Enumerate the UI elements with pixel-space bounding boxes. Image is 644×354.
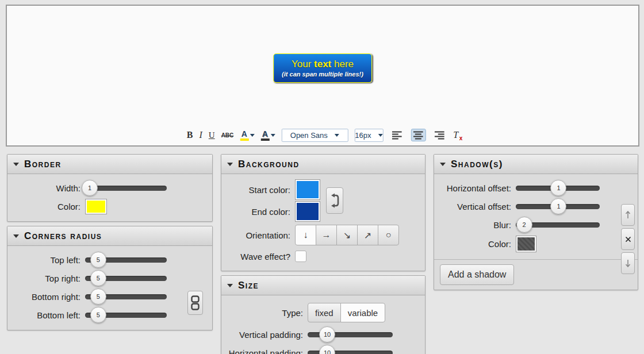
top-right-radius-slider[interactable]: 5: [85, 270, 167, 286]
shadow-vertical-offset-slider[interactable]: 1: [516, 198, 600, 214]
vertical-padding-label: Vertical padding:: [227, 330, 308, 340]
swap-colors-icon: [329, 193, 340, 208]
shadow-horizontal-offset-slider[interactable]: 1: [516, 180, 600, 196]
text-color-dropdown-icon[interactable]: [250, 134, 254, 137]
collapse-icon[interactable]: [227, 163, 233, 166]
top-left-radius-slider[interactable]: 5: [85, 252, 167, 268]
slider-handle[interactable]: 5: [90, 270, 106, 286]
panel-title: Corners radius: [24, 230, 102, 242]
border-color-row: Color:: [13, 197, 206, 216]
align-left-icon: [392, 131, 402, 140]
slider-handle[interactable]: 1: [82, 180, 98, 196]
slider-handle[interactable]: 1: [550, 180, 566, 196]
border-width-slider[interactable]: 1: [85, 180, 167, 196]
shadow-vertical-offset-row: Vertical offset: 1: [440, 197, 615, 216]
collapse-icon[interactable]: [227, 284, 233, 287]
size-type-fixed-button[interactable]: fixed: [308, 303, 341, 322]
horizontal-padding-slider[interactable]: 10: [308, 345, 393, 354]
strikethrough-button[interactable]: ABC: [221, 132, 234, 138]
slider-handle[interactable]: 10: [319, 326, 335, 343]
start-color-value: [297, 181, 319, 198]
collapse-icon[interactable]: [13, 163, 19, 166]
text-color-button[interactable]: A: [240, 130, 248, 141]
bottom-right-radius-row: Bottom right: 5: [13, 287, 206, 306]
vertical-padding-slider[interactable]: 10: [308, 326, 393, 343]
bottom-right-radius-slider[interactable]: 5: [85, 288, 167, 305]
shadow-color-swatch[interactable]: [516, 236, 536, 252]
shadow-blur-slider[interactable]: 2: [516, 217, 600, 233]
bottom-left-radius-slider[interactable]: 5: [85, 307, 167, 323]
text-color-letter: A: [241, 130, 247, 138]
orientation-diagonal-down-button[interactable]: ↘: [336, 225, 358, 245]
shadows-panel-footer: Add a shadow: [434, 259, 638, 290]
size-type-label: Type:: [227, 308, 308, 318]
preview-text-line2: (it can span multiple lines!): [282, 71, 363, 78]
slider-handle[interactable]: 5: [90, 252, 106, 268]
border-color-label: Color:: [13, 202, 85, 211]
move-shadow-up-button[interactable]: [621, 204, 635, 226]
clear-formatting-x-icon: x: [459, 135, 463, 141]
vertical-padding-row: Vertical padding: 10: [227, 325, 419, 344]
slider-handle[interactable]: 1: [550, 198, 566, 214]
corners-radius-panel-header[interactable]: Corners radius: [7, 226, 212, 246]
font-family-caret-icon: [335, 134, 339, 137]
underline-button[interactable]: U: [209, 130, 215, 140]
highlight-color-button[interactable]: A: [260, 130, 269, 141]
end-color-label: End color:: [227, 207, 295, 217]
orientation-right-button[interactable]: →: [316, 225, 337, 245]
font-family-select[interactable]: Open Sans: [281, 129, 348, 142]
bold-button[interactable]: B: [187, 130, 193, 140]
orientation-down-button[interactable]: ↓: [295, 225, 316, 245]
arrow-up-icon: [625, 211, 631, 219]
slider-handle[interactable]: 5: [90, 288, 106, 305]
border-width-row: Width: 1: [13, 179, 206, 197]
italic-button[interactable]: I: [199, 130, 202, 140]
clear-formatting-button[interactable]: T x: [453, 130, 458, 140]
corners-radius-panel: Corners radius Top left: 5 Top right: 5: [7, 226, 213, 330]
orientation-row: Orientation: ↓ → ↘ ↗ ○: [227, 222, 419, 248]
arrow-down-icon: [625, 259, 631, 267]
slider-handle[interactable]: 5: [90, 307, 106, 323]
settings-panels: Border Width: 1 Color:: [7, 154, 638, 354]
start-color-swatch[interactable]: [295, 179, 320, 200]
size-type-variable-button[interactable]: variable: [340, 303, 386, 322]
background-panel-header[interactable]: Background: [221, 155, 425, 174]
border-panel-header[interactable]: Border: [7, 155, 212, 174]
shadows-panel-header[interactable]: Shadow(s): [434, 155, 638, 174]
size-panel: Size Type: fixed variable Vertical paddi…: [221, 275, 425, 354]
remove-shadow-button[interactable]: [621, 228, 635, 250]
end-color-row: End color:: [227, 201, 320, 222]
wave-effect-checkbox[interactable]: [295, 251, 306, 262]
orientation-diagonal-up-button[interactable]: ↗: [357, 225, 378, 245]
border-color-swatch[interactable]: [85, 199, 107, 214]
end-color-swatch[interactable]: [295, 201, 320, 222]
wave-effect-row: Wave effect?: [227, 248, 419, 265]
link-corners-button[interactable]: [187, 291, 203, 315]
font-size-value: 16px: [355, 131, 371, 140]
slider-handle[interactable]: 10: [319, 345, 335, 354]
size-panel-header[interactable]: Size: [221, 276, 425, 295]
align-right-button[interactable]: [432, 129, 447, 141]
orientation-radial-button[interactable]: ○: [378, 225, 399, 245]
align-center-button[interactable]: [411, 129, 425, 141]
highlight-color-bar: [260, 138, 269, 141]
panel-title: Size: [238, 280, 259, 291]
generated-button-preview[interactable]: Your text here (it can span multiple lin…: [273, 53, 372, 83]
panel-title: Background: [238, 159, 300, 170]
collapse-icon[interactable]: [13, 234, 19, 238]
size-type-row: Type: fixed variable: [227, 300, 419, 325]
align-left-button[interactable]: [389, 129, 404, 141]
horizontal-padding-row: Horizontal padding: 10: [227, 344, 419, 354]
move-shadow-down-button[interactable]: [621, 252, 635, 274]
top-right-radius-label: Top right:: [13, 274, 85, 283]
collapse-icon[interactable]: [440, 163, 446, 166]
highlight-color-dropdown-icon[interactable]: [270, 134, 275, 137]
swap-colors-button[interactable]: [326, 187, 343, 214]
text-format-toolbar: B I U ABC A A Open Sans 16px: [187, 128, 458, 143]
slider-handle[interactable]: 2: [516, 217, 532, 233]
font-size-select[interactable]: 16px: [354, 129, 383, 142]
panel-title: Border: [24, 159, 62, 170]
shadow-blur-label: Blur:: [440, 220, 516, 230]
end-color-value: [297, 203, 319, 220]
add-shadow-button[interactable]: Add a shadow: [440, 264, 514, 285]
